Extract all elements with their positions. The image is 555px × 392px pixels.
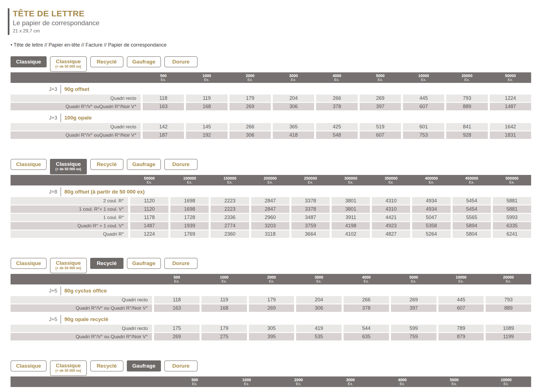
price-cell: 175 [154, 325, 200, 332]
price-cell: 1698 [170, 205, 209, 213]
price-cell: 519 [360, 123, 401, 131]
quantity-unit: Ex. [222, 382, 272, 386]
quantity-value: 5000 [360, 73, 401, 78]
price-cell: 601 [403, 123, 444, 131]
tab-gaufrage[interactable]: Gaufrage [127, 360, 161, 371]
tab-classique-plus-50000[interactable]: Classique(+ de 50 000 ex) [50, 159, 87, 174]
tab-dorure[interactable]: Dorure [164, 56, 198, 67]
price-cell: 1178 [130, 214, 168, 221]
quantity-unit: Ex. [360, 78, 401, 82]
tab-recycle[interactable]: Recyclé [90, 56, 123, 67]
tab-gaufrage[interactable]: Gaufrage [127, 159, 161, 170]
quantity-value: 1000 [186, 73, 227, 78]
price-cell: 3378 [291, 197, 330, 205]
price-cell: 4198 [332, 222, 370, 230]
price-cell: 306 [229, 131, 271, 139]
tab-sublabel: (+ de 50 000 ex) [56, 167, 81, 171]
tab-classique-plus-50000[interactable]: Classique(+ de 50 000 ex) [50, 360, 87, 376]
tab-dorure[interactable]: Dorure [164, 360, 198, 371]
price-section-3: ClassiqueClassique(+ de 50 000 ex)Recycl… [11, 258, 531, 340]
price-cell: 5454 [453, 197, 491, 205]
price-cell: 119 [186, 95, 227, 102]
product-heading: J+580g cyclus office [44, 287, 531, 294]
quantity-header: 200000Ex. [251, 175, 289, 185]
tab-gaufrage[interactable]: Gaufrage [127, 56, 161, 67]
tab-recycle[interactable]: Recyclé [90, 360, 123, 371]
tab-classique[interactable]: Classique [11, 56, 47, 67]
price-cell: 168 [201, 304, 247, 312]
tab-label: Classique [56, 59, 81, 64]
tab-label: Dorure [172, 162, 190, 167]
quantity-value: 5000 [391, 275, 437, 279]
quantity-unit: Ex. [326, 382, 375, 386]
tab-classique[interactable]: Classique [11, 159, 47, 170]
price-cell: 145 [186, 123, 227, 131]
quantity-value: 4000 [377, 378, 427, 382]
quantity-header: 1000Ex. [186, 72, 227, 83]
quantity-value: 100000 [170, 176, 209, 180]
price-cell: 789 [438, 325, 484, 332]
quantity-value: 500 [143, 73, 184, 78]
price-row: Quadri R°/V° ou Quadri R°/Noir V°2692753… [11, 333, 531, 340]
tab-label: Classique [16, 59, 41, 65]
price-cell: 5804 [453, 230, 491, 238]
price-cell: 1769 [170, 230, 209, 238]
price-cell: 5264 [412, 230, 450, 238]
title-block: TÊTE DE LETTRE Le papier de correspondan… [8, 8, 531, 35]
tab-label: Classique [16, 162, 41, 167]
tab-gaufrage[interactable]: Gaufrage [127, 258, 161, 269]
price-cell: 1831 [490, 131, 531, 139]
tab-recycle[interactable]: Recyclé [90, 159, 123, 170]
quantity-value: 4000 [316, 73, 357, 78]
price-cell: 269 [249, 304, 294, 312]
price-cell: 793 [486, 296, 531, 304]
quantity-header: 450000Ex. [453, 175, 491, 185]
quantity-value: 20000 [446, 73, 488, 78]
price-cell: 1487 [130, 222, 168, 230]
quantity-value: 2000 [249, 275, 294, 279]
price-cell: 2847 [251, 197, 289, 205]
price-row: 1 coul. R°117817282336296034873911442150… [11, 214, 531, 221]
price-cell: 266 [229, 123, 271, 131]
tab-label: Classique [16, 261, 41, 266]
tab-sublabel: (+ de 50 000 ex) [56, 266, 81, 270]
quantity-unit: Ex. [273, 78, 314, 82]
tab-label: Dorure [172, 59, 190, 65]
price-cell: 269 [154, 333, 200, 340]
price-cell: 535 [296, 333, 342, 340]
product-heading: J+390g offset [44, 86, 531, 93]
tab-dorure[interactable]: Dorure [164, 159, 198, 170]
tab-classique[interactable]: Classique [11, 258, 47, 269]
price-cell: 3801 [332, 205, 370, 213]
price-cell: 635 [344, 333, 389, 340]
quantity-header-bar: 500Ex.1000Ex.2000Ex.3000Ex.4000Ex.5000Ex… [11, 376, 531, 387]
quantity-unit: Ex. [453, 180, 491, 184]
price-cell: 3664 [291, 230, 330, 238]
tab-classique[interactable]: Classique [11, 360, 47, 371]
price-sections: ClassiqueClassique(+ de 50 000 ex)Recycl… [11, 56, 531, 387]
quantity-header: 4000Ex. [377, 376, 427, 387]
tab-label: Recyclé [97, 363, 117, 369]
tab-classique-plus-50000[interactable]: Classique(+ de 50 000 ex) [50, 56, 87, 72]
tab-dorure[interactable]: Dorure [164, 258, 198, 269]
price-cell: 1120 [130, 205, 168, 213]
price-cell: 5565 [453, 214, 491, 221]
tab-recycle[interactable]: Recyclé [90, 258, 123, 269]
quantity-unit: Ex. [332, 180, 370, 184]
quantity-header: 10000Ex. [438, 274, 484, 284]
quantity-unit: Ex. [438, 279, 484, 283]
price-cell: 275 [201, 333, 247, 340]
price-cell: 266 [316, 95, 357, 102]
product-name: 80g offset (à partir de 50 000 ex) [64, 189, 145, 195]
price-cell: 2223 [211, 197, 249, 205]
quantity-value: 3000 [326, 378, 375, 382]
quantity-unit: Ex. [446, 78, 488, 82]
price-cell: 378 [316, 103, 357, 110]
quantity-value: 450000 [453, 176, 491, 180]
row-label: Quadri R° + 1 coul. V° [11, 222, 128, 230]
price-cell: 2223 [211, 205, 249, 213]
tab-classique-plus-50000[interactable]: Classique(+ de 50 000 ex) [50, 258, 87, 273]
price-row: 2 coul. R°112016982223284733783801431049… [11, 197, 531, 205]
heading-divider [60, 85, 61, 94]
quantity-header: 4000Ex. [344, 274, 389, 284]
